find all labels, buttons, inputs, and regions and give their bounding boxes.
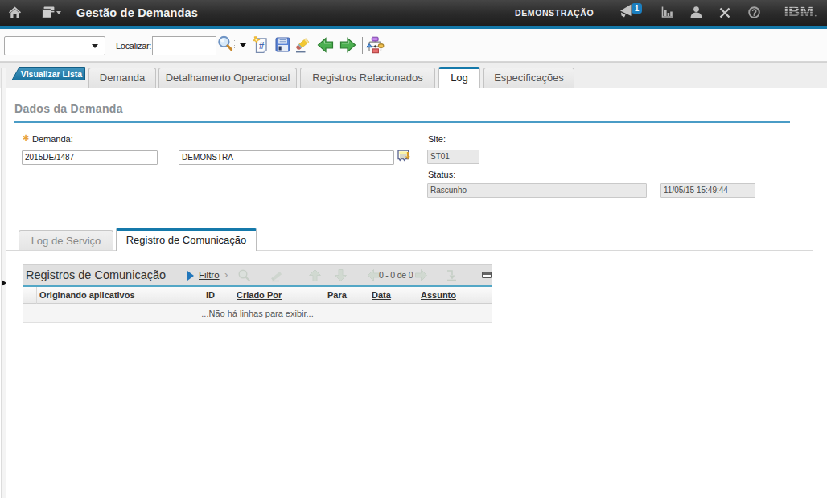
svg-text:#: # bbox=[259, 40, 265, 51]
svg-text:IBM: IBM bbox=[784, 5, 813, 18]
svg-text:Visualizar Lista: Visualizar Lista bbox=[21, 69, 82, 79]
